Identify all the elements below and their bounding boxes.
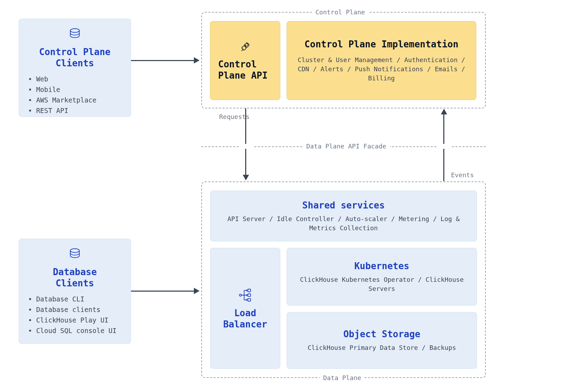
control-plane-clients-title: Control Plane Clients xyxy=(28,46,122,69)
plug-icon xyxy=(238,40,252,54)
arrowhead-right-icon xyxy=(194,288,200,294)
svg-point-0 xyxy=(70,29,79,33)
svg-rect-5 xyxy=(248,294,251,297)
database-icon xyxy=(67,247,83,262)
load-balancer-card: Load Balancer xyxy=(210,248,280,369)
list-item: Cloud SQL console UI xyxy=(28,325,122,336)
database-clients-title: Database Clients xyxy=(28,266,122,289)
control-plane-clients-list: Web Mobile AWS Marketplace REST API xyxy=(28,74,122,116)
arrow-clients-to-data-plane xyxy=(131,291,194,292)
list-item: Database CLI xyxy=(28,294,122,304)
events-label: Events xyxy=(451,171,474,179)
arrowhead-down-icon xyxy=(243,175,249,180)
arrow-clients-to-control-plane xyxy=(131,60,194,61)
svg-point-7 xyxy=(70,249,79,253)
object-storage-card: Object Storage ClickHouse Primary Data S… xyxy=(287,312,477,369)
control-plane-impl-card: Control Plane Implementation Cluster & U… xyxy=(287,21,476,100)
kubernetes-desc: ClickHouse Kubernetes Operator / ClickHo… xyxy=(298,275,466,293)
svg-rect-4 xyxy=(248,289,251,292)
shared-services-desc: API Server / Idle Controller / Auto-scal… xyxy=(221,214,466,233)
object-storage-title: Object Storage xyxy=(298,328,466,340)
kubernetes-title: Kubernetes xyxy=(298,260,466,272)
list-item: Mobile xyxy=(28,84,122,95)
arrowhead-up-icon xyxy=(441,109,447,114)
database-clients-list: Database CLI Database clients ClickHouse… xyxy=(28,294,122,336)
list-item: Database clients xyxy=(28,304,122,315)
svg-rect-6 xyxy=(248,298,251,301)
control-plane-impl-desc: Cluster & User Management / Authenticati… xyxy=(298,55,465,83)
load-balancer-icon xyxy=(237,287,253,303)
arrowhead-right-icon xyxy=(194,57,200,64)
control-plane-api-title: Control Plane API xyxy=(218,59,272,81)
load-balancer-title: Load Balancer xyxy=(217,307,273,330)
mask xyxy=(437,144,451,149)
data-plane-frame-label: Data Plane xyxy=(320,374,365,382)
database-clients-card: Database Clients Database CLI Database c… xyxy=(19,239,131,344)
requests-label: Requests xyxy=(219,113,250,120)
kubernetes-card: Kubernetes ClickHouse Kubernetes Operato… xyxy=(287,248,477,306)
object-storage-desc: ClickHouse Primary Data Store / Backups xyxy=(298,343,466,352)
control-plane-impl-title: Control Plane Implementation xyxy=(298,39,465,50)
facade-label: Data Plane API Facade xyxy=(303,142,390,150)
list-item: AWS Marketplace xyxy=(28,95,122,105)
list-item: REST API xyxy=(28,105,122,116)
list-item: ClickHouse Play UI xyxy=(28,315,122,325)
architecture-diagram: Control Plane Clients Web Mobile AWS Mar… xyxy=(0,0,562,392)
list-item: Web xyxy=(28,74,122,84)
shared-services-card: Shared services API Server / Idle Contro… xyxy=(210,191,477,241)
control-plane-clients-card: Control Plane Clients Web Mobile AWS Mar… xyxy=(19,19,131,117)
control-plane-api-card: Control Plane API xyxy=(210,21,280,100)
shared-services-title: Shared services xyxy=(221,200,466,211)
database-icon xyxy=(67,27,83,42)
control-plane-frame-label: Control Plane xyxy=(312,8,368,16)
mask xyxy=(239,144,253,149)
